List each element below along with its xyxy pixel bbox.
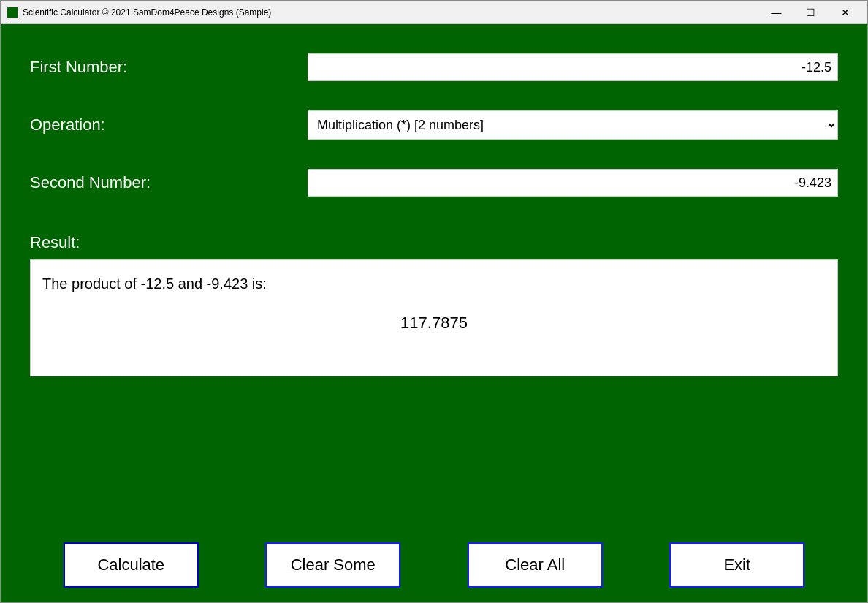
main-content: First Number: Operation: Multiplication … bbox=[1, 24, 867, 528]
title-bar: Scientific Calculator © 2021 SamDom4Peac… bbox=[1, 1, 867, 24]
minimize-button[interactable]: — bbox=[760, 4, 793, 21]
operation-label: Operation: bbox=[30, 115, 308, 134]
main-window: Scientific Calculator © 2021 SamDom4Peac… bbox=[0, 0, 868, 603]
first-number-input[interactable] bbox=[308, 53, 838, 81]
result-value: 117.7875 bbox=[42, 310, 826, 335]
result-box: The product of -12.5 and -9.423 is: 117.… bbox=[30, 259, 838, 376]
window-controls: — ☐ ✕ bbox=[760, 4, 861, 21]
clear-some-button[interactable]: Clear Some bbox=[265, 542, 400, 588]
maximize-button[interactable]: ☐ bbox=[794, 4, 827, 21]
second-number-input[interactable] bbox=[308, 169, 838, 197]
close-button[interactable]: ✕ bbox=[829, 4, 861, 21]
clear-all-button[interactable]: Clear All bbox=[468, 542, 603, 588]
operation-row: Operation: Multiplication (*) [2 numbers… bbox=[30, 110, 838, 140]
result-section: Result: The product of -12.5 and -9.423 … bbox=[30, 233, 838, 506]
result-text: The product of -12.5 and -9.423 is: bbox=[42, 276, 267, 292]
calculate-button[interactable]: Calculate bbox=[64, 542, 199, 588]
second-number-row: Second Number: bbox=[30, 169, 838, 197]
button-row: Calculate Clear Some Clear All Exit bbox=[1, 528, 867, 602]
operation-select[interactable]: Multiplication (*) [2 numbers] Addition … bbox=[308, 110, 838, 140]
second-number-label: Second Number: bbox=[30, 173, 308, 192]
first-number-row: First Number: bbox=[30, 53, 838, 81]
exit-button[interactable]: Exit bbox=[669, 542, 804, 588]
window-title: Scientific Calculator © 2021 SamDom4Peac… bbox=[23, 7, 760, 18]
app-icon bbox=[7, 7, 18, 18]
result-label: Result: bbox=[30, 233, 838, 252]
first-number-label: First Number: bbox=[30, 58, 308, 77]
